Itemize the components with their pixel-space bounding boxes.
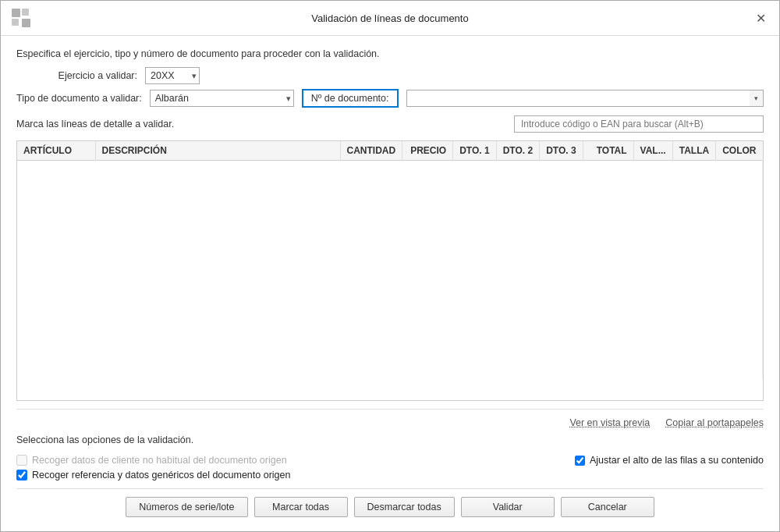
dialog-window: Validación de líneas de documento ✕ Espe… [0, 0, 780, 532]
numeros-serie-button[interactable]: Números de serie/lote [126, 497, 247, 517]
options-row: Recoger datos de cliente no habitual del… [16, 455, 764, 481]
tipo-select-wrapper: Albarán [150, 90, 294, 107]
svg-rect-3 [22, 19, 30, 27]
col-header-descripcion: DESCRIPCIÓN [95, 141, 340, 161]
instruction2-row: Marca las líneas de detalle a validar. [16, 115, 764, 133]
ejercicio-row: Ejercicio a validar: 20XX [16, 67, 764, 84]
option2-label: Recoger referencia y datos genéricos del… [32, 470, 290, 481]
option3-label: Ajustar el alto de las filas a su conten… [590, 455, 764, 466]
tipo-doc-row: Tipo de documento a validar: Albarán Nº … [16, 89, 764, 108]
cancelar-button[interactable]: Cancelar [561, 497, 654, 517]
marcar-todas-button[interactable]: Marcar todas [254, 497, 348, 517]
table-header-row: ARTÍCULO DESCRIPCIÓN CANTIDAD PRECIO DTO… [17, 141, 763, 161]
options-left: Recoger datos de cliente no habitual del… [16, 455, 290, 481]
ejercicio-label: Ejercicio a validar: [16, 70, 137, 81]
bottom-section: Ver en vista previa Copiar al portapapel… [16, 409, 764, 481]
desmarcar-todas-button[interactable]: Desmarcar todas [354, 497, 455, 517]
validar-button[interactable]: Validar [461, 497, 555, 517]
option1-label: Recoger datos de cliente no habitual del… [32, 455, 287, 466]
action-buttons: Números de serie/lote Marcar todas Desma… [16, 488, 764, 522]
ejercicio-select[interactable]: 20XX [145, 67, 200, 84]
col-header-dto2: DTO. 2 [496, 141, 539, 161]
option2-checkbox[interactable] [16, 470, 27, 481]
option1-item: Recoger datos de cliente no habitual del… [16, 455, 290, 466]
col-header-dto1: DTO. 1 [453, 141, 496, 161]
links-row: Ver en vista previa Copiar al portapapel… [16, 417, 764, 428]
form-block: Ejercicio a validar: 20XX Tipo de docume… [16, 67, 764, 108]
dialog-title: Validación de líneas de documento [135, 12, 645, 24]
nro-documento-input[interactable] [406, 90, 750, 107]
doc-number-wrapper: ▾ [406, 90, 764, 107]
copiar-portapapeles-button[interactable]: Copiar al portapapeles [665, 417, 764, 428]
search-input[interactable] [514, 115, 764, 133]
options-right: Ajustar el alto de las filas a su conten… [575, 455, 764, 466]
svg-rect-0 [12, 9, 20, 17]
col-header-precio: PRECIO [402, 141, 453, 161]
doc-number-dropdown[interactable]: ▾ [750, 90, 764, 107]
nro-documento-button[interactable]: Nº de documento: [302, 89, 399, 108]
option3-checkbox[interactable] [575, 456, 585, 466]
empty-row [17, 161, 763, 379]
col-header-total: TOTAL [583, 141, 633, 161]
tipo-label: Tipo de documento a validar: [16, 93, 142, 104]
col-header-cantidad: CANTIDAD [340, 141, 402, 161]
close-button[interactable]: ✕ [751, 9, 770, 27]
dialog-body: Especifica el ejercicio, tipo y número d… [1, 36, 779, 531]
instruction-2: Marca las líneas de detalle a validar. [16, 119, 174, 129]
app-icon [10, 7, 32, 29]
data-table: ARTÍCULO DESCRIPCIÓN CANTIDAD PRECIO DTO… [17, 141, 763, 379]
col-header-dto3: DTO. 3 [540, 141, 583, 161]
instruction-1: Especifica el ejercicio, tipo y número d… [16, 48, 764, 59]
title-bar: Validación de líneas de documento ✕ [1, 1, 779, 36]
ejercicio-select-wrapper: 20XX [145, 67, 200, 84]
col-header-color: COLOR [716, 141, 763, 161]
table-header: ARTÍCULO DESCRIPCIÓN CANTIDAD PRECIO DTO… [17, 141, 763, 161]
ver-vista-previa-button[interactable]: Ver en vista previa [569, 417, 650, 428]
title-bar-left [10, 7, 135, 29]
options-section-label: Selecciona las opciones de la validación… [16, 434, 764, 445]
col-header-val: VAL... [633, 141, 672, 161]
col-header-talla: TALLA [672, 141, 715, 161]
svg-rect-1 [22, 9, 29, 16]
col-header-articulo: ARTÍCULO [17, 141, 95, 161]
option1-checkbox[interactable] [16, 455, 27, 466]
title-bar-right: ✕ [645, 9, 770, 27]
data-table-container: ARTÍCULO DESCRIPCIÓN CANTIDAD PRECIO DTO… [16, 140, 764, 401]
svg-rect-2 [12, 19, 19, 26]
tipo-select[interactable]: Albarán [150, 90, 294, 107]
option2-item: Recoger referencia y datos genéricos del… [16, 470, 290, 481]
table-body [17, 161, 763, 379]
